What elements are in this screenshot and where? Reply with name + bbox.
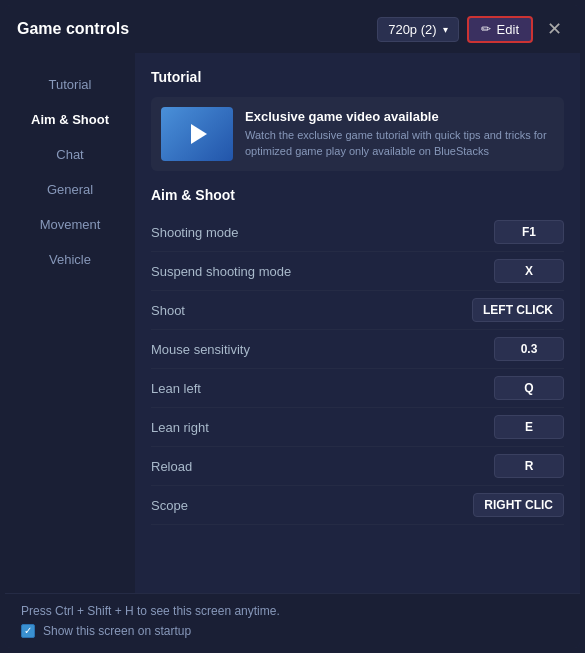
key-badge-suspend-shooting[interactable]: X xyxy=(494,259,564,283)
content-area: Tutorial Aim & Shoot Chat General Moveme… xyxy=(5,53,580,593)
footer-hint: Press Ctrl + Shift + H to see this scree… xyxy=(21,604,564,618)
sidebar-item-movement[interactable]: Movement xyxy=(5,209,135,240)
control-row-suspend-shooting: Suspend shooting mode X xyxy=(151,252,564,291)
footer: Press Ctrl + Shift + H to see this scree… xyxy=(5,593,580,648)
sidebar: Tutorial Aim & Shoot Chat General Moveme… xyxy=(5,53,135,593)
main-content: Tutorial Exclusive game video available … xyxy=(135,53,580,593)
play-icon xyxy=(191,124,207,144)
control-row-lean-left: Lean left Q xyxy=(151,369,564,408)
key-badge-reload[interactable]: R xyxy=(494,454,564,478)
control-label-reload: Reload xyxy=(151,459,192,474)
sidebar-item-chat[interactable]: Chat xyxy=(5,139,135,170)
aim-shoot-section-title: Aim & Shoot xyxy=(151,187,564,203)
control-row-lean-right: Lean right E xyxy=(151,408,564,447)
chevron-down-icon: ▾ xyxy=(443,24,448,35)
sidebar-item-general[interactable]: General xyxy=(5,174,135,205)
sidebar-item-vehicle[interactable]: Vehicle xyxy=(5,244,135,275)
control-row-shooting-mode: Shooting mode F1 xyxy=(151,213,564,252)
tutorial-card[interactable]: Exclusive game video available Watch the… xyxy=(151,97,564,171)
control-row-reload: Reload R xyxy=(151,447,564,486)
control-label-mouse-sensitivity: Mouse sensitivity xyxy=(151,342,250,357)
checkbox-check-icon: ✓ xyxy=(24,626,32,636)
control-label-lean-left: Lean left xyxy=(151,381,201,396)
key-badge-lean-left[interactable]: Q xyxy=(494,376,564,400)
key-badge-mouse-sensitivity[interactable]: 0.3 xyxy=(494,337,564,361)
key-badge-shoot[interactable]: LEFT CLICK xyxy=(472,298,564,322)
tutorial-card-description: Watch the exclusive game tutorial with q… xyxy=(245,128,554,159)
control-label-shoot: Shoot xyxy=(151,303,185,318)
key-badge-shooting-mode[interactable]: F1 xyxy=(494,220,564,244)
startup-checkbox-label: Show this screen on startup xyxy=(43,624,191,638)
tutorial-text: Exclusive game video available Watch the… xyxy=(245,109,554,159)
window-title: Game controls xyxy=(17,20,129,38)
resolution-button[interactable]: 720p (2) ▾ xyxy=(377,17,458,42)
tutorial-section-title: Tutorial xyxy=(151,69,564,85)
control-row-scope: Scope RIGHT CLIC xyxy=(151,486,564,525)
sidebar-item-aim-shoot[interactable]: Aim & Shoot xyxy=(5,104,135,135)
control-row-shoot: Shoot LEFT CLICK xyxy=(151,291,564,330)
control-row-mouse-sensitivity: Mouse sensitivity 0.3 xyxy=(151,330,564,369)
control-label-scope: Scope xyxy=(151,498,188,513)
pencil-icon: ✏ xyxy=(481,22,491,36)
control-label-shooting-mode: Shooting mode xyxy=(151,225,238,240)
edit-label: Edit xyxy=(497,22,519,37)
sidebar-item-tutorial[interactable]: Tutorial xyxy=(5,69,135,100)
key-badge-scope[interactable]: RIGHT CLIC xyxy=(473,493,564,517)
titlebar-controls: 720p (2) ▾ ✏ Edit ✕ xyxy=(377,16,568,43)
footer-checkbox-row: ✓ Show this screen on startup xyxy=(21,624,564,638)
close-button[interactable]: ✕ xyxy=(541,16,568,42)
close-icon: ✕ xyxy=(547,19,562,39)
control-label-suspend-shooting: Suspend shooting mode xyxy=(151,264,291,279)
video-thumbnail[interactable] xyxy=(161,107,233,161)
titlebar: Game controls 720p (2) ▾ ✏ Edit ✕ xyxy=(5,5,580,53)
edit-button[interactable]: ✏ Edit xyxy=(467,16,533,43)
resolution-label: 720p (2) xyxy=(388,22,436,37)
game-controls-window: Game controls 720p (2) ▾ ✏ Edit ✕ Tutori… xyxy=(5,5,580,648)
control-label-lean-right: Lean right xyxy=(151,420,209,435)
startup-checkbox[interactable]: ✓ xyxy=(21,624,35,638)
tutorial-card-title: Exclusive game video available xyxy=(245,109,554,124)
key-badge-lean-right[interactable]: E xyxy=(494,415,564,439)
